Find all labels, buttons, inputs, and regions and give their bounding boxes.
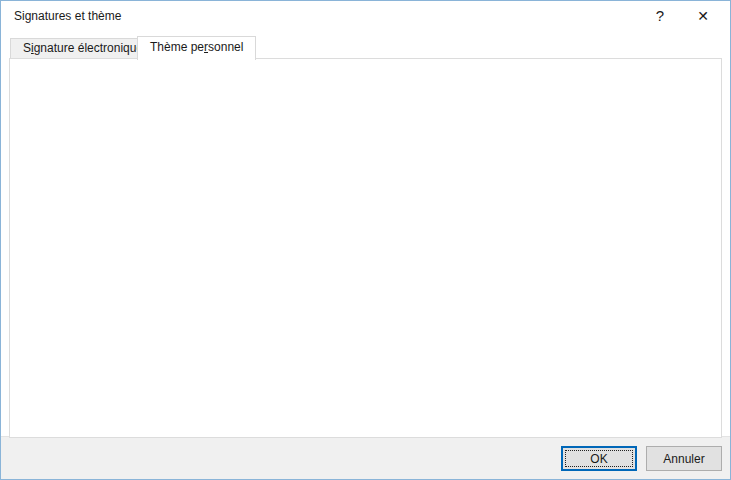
tab-label-part: gnature électronique — [34, 41, 143, 55]
dialog-footer: OK Annuler — [1, 436, 730, 479]
signatures-and-stationery-dialog: Signatures et thème ? ✕ Signature électr… — [0, 0, 731, 480]
close-icon[interactable]: ✕ — [682, 1, 724, 31]
tab-label-part: sonnel — [208, 40, 243, 54]
window-title: Signatures et thème — [14, 1, 121, 31]
ok-button[interactable]: OK — [561, 446, 637, 471]
title-bar: Signatures et thème ? ✕ — [1, 1, 730, 31]
tab-content-panel — [9, 58, 722, 438]
tab-label-part: S — [23, 41, 31, 55]
tab-theme-personnel[interactable]: Thème personnel — [137, 36, 256, 60]
tab-label-part: Thème pe — [150, 40, 204, 54]
cancel-button[interactable]: Annuler — [646, 446, 722, 471]
tab-signature-electronique[interactable]: Signature électronique — [10, 38, 156, 59]
help-icon[interactable]: ? — [642, 1, 678, 31]
